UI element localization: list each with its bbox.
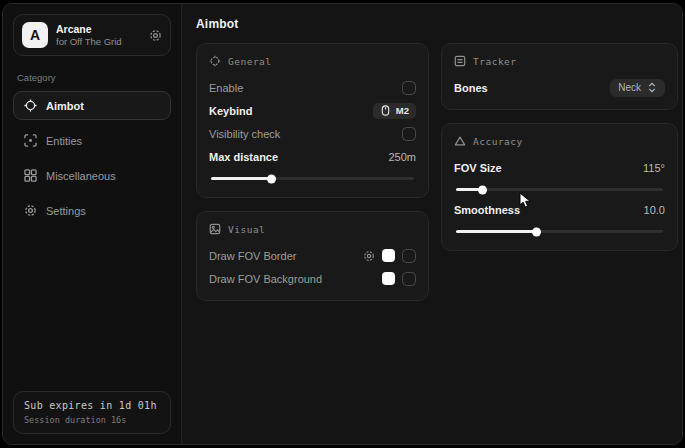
enable-label: Enable [209,82,243,94]
visibility-check-checkbox[interactable] [402,127,416,141]
bones-label: Bones [454,82,488,94]
fov-background-label: Draw FOV Background [209,273,322,285]
fov-border-color-swatch[interactable] [382,249,395,262]
app-logo-card: A Arcane for Off The Grid [13,14,171,56]
sidebar-item-aimbot[interactable]: Aimbot [13,91,171,120]
tracker-icon [454,55,466,67]
fov-size-value: 115° [643,162,665,174]
crosshair-icon [209,55,221,67]
fov-size-row: FOV Size 115° [454,157,665,178]
fov-border-row: Draw FOV Border [209,245,416,266]
max-distance-row: Max distance 250m [209,146,416,167]
sidebar-item-label: Aimbot [46,100,84,112]
triangle-icon [454,135,466,147]
enable-checkbox[interactable] [402,81,416,95]
panel-title: General [228,56,272,67]
page-title: Aimbot [196,17,678,31]
accuracy-panel: Accuracy FOV Size 115° Smoothness 10.0 [441,123,678,251]
visibility-check-row: Visibility check [209,123,416,144]
smoothness-value: 10.0 [644,204,665,216]
smoothness-slider[interactable] [456,230,663,233]
subscription-expiry: Sub expires in 1d 01h [24,400,160,411]
fov-border-checkbox[interactable] [402,249,416,263]
app-window: A Arcane for Off The Grid Category Aimbo… [2,3,683,445]
sidebar-item-label: Settings [46,205,86,217]
subscription-card: Sub expires in 1d 01h Session duration 1… [13,391,171,434]
keybind-button[interactable]: M2 [373,103,416,119]
panel-title: Visual [228,224,265,235]
main-content: Aimbot General Enable [182,4,683,444]
category-label: Category [17,72,167,83]
fov-background-checkbox[interactable] [402,272,416,286]
scan-icon [24,134,37,147]
tracker-panel: Tracker Bones Neck [441,43,678,110]
session-duration: Session duration 16s [24,415,160,425]
fov-size-slider-thumb[interactable] [456,188,483,191]
enable-row: Enable [209,77,416,98]
general-panel: General Enable Keybind [196,43,429,198]
sidebar-item-settings[interactable]: Settings [13,196,171,225]
bones-select[interactable]: Neck [610,79,665,97]
keybind-value: M2 [396,105,409,116]
image-icon [209,223,221,235]
max-distance-slider-thumb[interactable] [211,177,272,180]
bones-selected-value: Neck [618,82,641,93]
bones-row: Bones Neck [454,77,665,98]
fov-background-row: Draw FOV Background [209,268,416,289]
smoothness-slider-thumb[interactable] [456,230,537,233]
max-distance-value: 250m [388,151,416,163]
sidebar-item-label: Entities [46,135,82,147]
panel-title: Accuracy [473,136,523,147]
chevrons-up-down-icon [647,82,657,93]
sidebar-item-label: Miscellaneous [46,170,116,182]
fov-background-color-swatch[interactable] [382,272,395,285]
fov-size-label: FOV Size [454,162,502,174]
app-name: Arcane [56,23,141,36]
sidebar: A Arcane for Off The Grid Category Aimbo… [3,4,182,444]
gear-icon [24,204,37,217]
crosshair-icon [24,99,37,112]
smoothness-row: Smoothness 10.0 [454,199,665,220]
max-distance-slider[interactable] [211,177,414,180]
sidebar-item-miscellaneous[interactable]: Miscellaneous [13,161,171,190]
app-subtitle: for Off The Grid [56,36,141,48]
visual-panel: Visual Draw FOV Border [196,211,429,301]
grid-icon [24,169,37,182]
sidebar-item-entities[interactable]: Entities [13,126,171,155]
gear-icon[interactable] [363,250,375,262]
max-distance-label: Max distance [209,151,278,163]
app-logo: A [22,22,48,48]
keybind-row: Keybind M2 [209,100,416,121]
panel-title: Tracker [473,56,517,67]
mouse-icon [380,105,391,116]
fov-size-slider[interactable] [456,188,663,191]
smoothness-label: Smoothness [454,204,520,216]
keybind-label: Keybind [209,105,252,117]
fov-border-label: Draw FOV Border [209,250,296,262]
gear-icon[interactable] [149,29,162,42]
visibility-check-label: Visibility check [209,128,280,140]
